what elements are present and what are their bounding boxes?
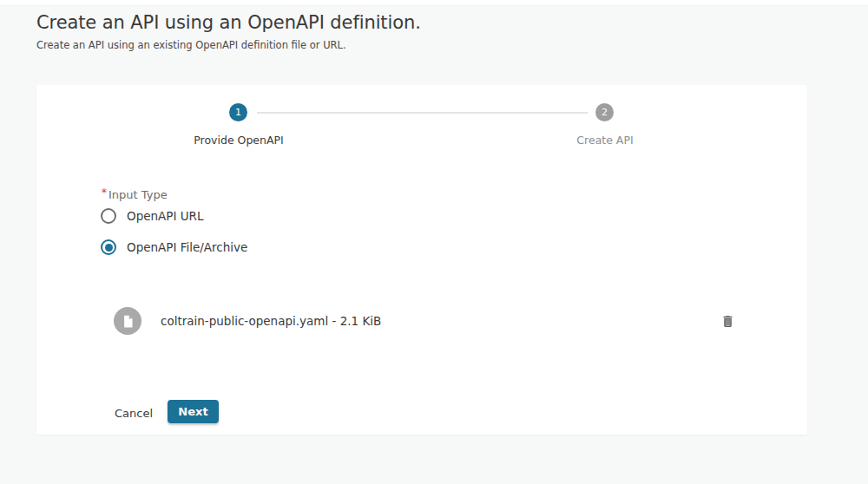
radio-option-openapi-url[interactable]: OpenAPI URL	[101, 208, 204, 224]
step-1-circle: 1	[229, 103, 247, 121]
next-button[interactable]: Next	[168, 400, 219, 423]
radio-option-openapi-file[interactable]: OpenAPI File/Archive	[101, 239, 247, 255]
top-bar	[0, 0, 868, 6]
input-type-label-text: Input Type	[108, 188, 168, 201]
radio-option-label[interactable]: OpenAPI URL	[127, 209, 204, 223]
radio-dot	[105, 244, 113, 252]
cancel-button[interactable]: Cancel	[108, 402, 160, 424]
step-2-circle: 2	[595, 103, 614, 121]
radio-option-label[interactable]: OpenAPI File/Archive	[127, 240, 247, 254]
page-subtitle: Create an API using an existing OpenAPI …	[36, 39, 421, 51]
radio-unselected-icon[interactable]	[101, 208, 116, 224]
document-icon	[122, 315, 135, 328]
radio-selected-icon[interactable]	[101, 239, 116, 255]
step-2-label: Create API	[576, 134, 633, 147]
input-type-label: *Input Type	[102, 186, 168, 201]
page-header: Create an API using an OpenAPI definitio…	[36, 11, 421, 51]
file-avatar	[114, 307, 141, 335]
page-title: Create an API using an OpenAPI definitio…	[36, 11, 421, 35]
required-asterisk: *	[102, 186, 107, 199]
delete-file-button[interactable]	[718, 311, 737, 330]
step-1-label: Provide OpenAPI	[194, 134, 283, 147]
wizard-card: 1 2 Provide OpenAPI Create API *Input Ty…	[36, 85, 807, 435]
step-connector	[257, 112, 588, 114]
file-name-label: coltrain-public-openapi.yaml - 2.1 KiB	[161, 314, 381, 328]
trash-icon	[720, 314, 735, 329]
